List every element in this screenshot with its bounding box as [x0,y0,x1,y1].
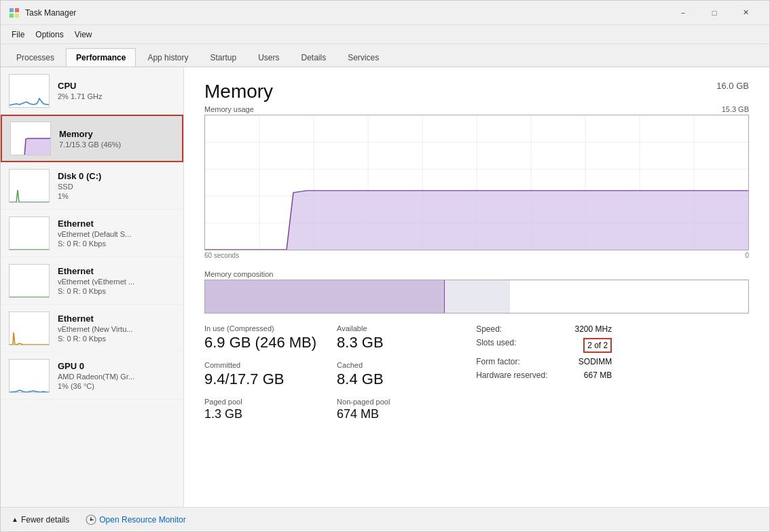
app-icon [9,7,20,18]
cpu-info: CPU 2% 1.71 GHz [58,81,175,100]
tabs-bar: Processes Performance App history Startu… [1,44,769,67]
composition-free [510,280,748,313]
tab-services[interactable]: Services [337,48,389,66]
composition-label: Memory composition [204,270,749,278]
eth2-sub2: S: 0 R: 0 Kbps [58,287,175,295]
chart-label: Memory usage 15.3 GB [204,105,749,113]
resource-monitor-icon [86,514,96,525]
stat-available: Available 8.3 GB [337,324,449,352]
composition-label-text: Memory composition [204,270,273,278]
svg-rect-13 [10,360,50,393]
disk-sub1: SSD [58,183,175,191]
paged-pool-value: 1.3 GB [204,407,316,421]
sidebar: CPU 2% 1.71 GHz Memory 7.1/15.3 GB (46%) [1,67,184,507]
svg-rect-8 [10,217,50,250]
svg-rect-12 [10,312,50,345]
cpu-title: CPU [58,81,175,91]
hardware-reserved-value: 667 MB [584,370,612,380]
tab-performance[interactable]: Performance [66,48,136,66]
chart-time-start: 60 seconds [204,252,239,259]
stat-paged-pool: Paged pool 1.3 GB [204,398,316,421]
close-button[interactable]: ✕ [730,2,761,24]
eth3-graph-thumbnail [9,311,50,345]
chart-time-end: 0 [745,252,749,259]
menu-bar: File Options View [1,25,769,44]
sidebar-item-disk[interactable]: Disk 0 (C:) SSD 1% [1,162,183,210]
menu-options[interactable]: Options [30,27,69,42]
sidebar-item-ethernet2[interactable]: Ethernet vEthernet (vEthernet ... S: 0 R… [1,257,183,305]
stats-grid: In use (Compressed) 6.9 GB (246 MB) Avai… [204,324,449,421]
eth3-info: Ethernet vEthernet (New Virtu... S: 0 R:… [58,314,175,343]
tab-startup[interactable]: Startup [200,48,246,66]
stats-container: In use (Compressed) 6.9 GB (246 MB) Avai… [204,324,749,421]
composition-in-use [205,280,444,313]
detail-total: 16.0 GB [716,81,749,91]
available-label: Available [337,324,449,332]
gpu-graph-thumbnail [9,359,50,393]
chart-bottom-labels: 60 seconds 0 [204,252,749,259]
task-manager-window: Task Manager − □ ✕ File Options View Pro… [0,0,770,532]
main-content: CPU 2% 1.71 GHz Memory 7.1/15.3 GB (46%) [1,67,769,507]
open-resource-monitor-label: Open Resource Monitor [99,515,185,525]
window-controls: − □ ✕ [667,2,761,24]
eth3-title: Ethernet [58,314,175,324]
sidebar-item-memory[interactable]: Memory 7.1/15.3 GB (46%) [1,115,183,162]
paged-pool-label: Paged pool [204,398,316,406]
eth1-title: Ethernet [58,218,175,229]
minimize-button[interactable]: − [667,2,699,24]
fewer-details-button[interactable]: ▲ Fewer details [12,515,69,525]
maximize-button[interactable]: □ [699,2,730,24]
cpu-sub: 2% 1.71 GHz [58,92,175,100]
stat-cached: Cached 8.4 GB [337,361,449,388]
disk-sub2: 1% [58,192,175,200]
memory-info: Memory 7.1/15.3 GB (46%) [59,129,174,149]
disk-info: Disk 0 (C:) SSD 1% [58,171,175,200]
right-stats: Speed: 3200 MHz Slots used: 2 of 2 Form … [476,324,612,421]
sidebar-item-gpu[interactable]: GPU 0 AMD Radeon(TM) Gr... 1% (36 °C) [1,352,183,400]
title-bar: Task Manager − □ ✕ [1,1,769,25]
sidebar-item-cpu[interactable]: CPU 2% 1.71 GHz [1,67,183,115]
sidebar-item-ethernet3[interactable]: Ethernet vEthernet (New Virtu... S: 0 R:… [1,305,183,352]
eth3-sub1: vEthernet (New Virtu... [58,325,175,333]
sidebar-item-ethernet1[interactable]: Ethernet vEthernet (Default S... S: 0 R:… [1,210,183,257]
memory-title: Memory [59,129,174,139]
form-factor-value: SODIMM [579,357,612,366]
memory-usage-section: Memory usage 15.3 GB [204,105,749,259]
cached-value: 8.4 GB [337,370,449,388]
memory-sub: 7.1/15.3 GB (46%) [59,140,174,149]
memory-graph-thumbnail [10,121,51,155]
slots-value: 2 of 2 [583,338,612,353]
left-stats: In use (Compressed) 6.9 GB (246 MB) Avai… [204,324,449,421]
in-use-label: In use (Compressed) [204,324,316,332]
disk-title: Disk 0 (C:) [58,171,175,181]
gpu-sub1: AMD Radeon(TM) Gr... [58,373,175,381]
fewer-details-label: Fewer details [21,515,69,525]
menu-file[interactable]: File [6,27,30,42]
eth2-sub1: vEthernet (vEthernet ... [58,278,175,286]
slots-row: Slots used: 2 of 2 [476,338,612,353]
eth2-graph-thumbnail [9,264,50,298]
available-value: 8.3 GB [337,334,449,352]
open-resource-monitor-link[interactable]: Open Resource Monitor [86,514,185,525]
tab-users[interactable]: Users [248,48,289,66]
tab-processes[interactable]: Processes [6,48,65,66]
tab-details[interactable]: Details [291,48,336,66]
stat-non-paged-pool: Non-paged pool 674 MB [337,398,449,421]
disk-graph-thumbnail [9,169,50,203]
svg-point-31 [90,518,92,520]
tab-app-history[interactable]: App history [137,48,198,66]
stat-committed: Committed 9.4/17.7 GB [204,361,316,388]
hardware-reserved-label: Hardware reserved: [476,370,547,380]
speed-label: Speed: [476,324,502,334]
committed-value: 9.4/17.7 GB [204,370,316,388]
svg-rect-0 [10,8,14,12]
svg-rect-2 [10,14,14,18]
chart-label-text: Memory usage [204,105,254,113]
chevron-down-icon: ▲ [12,516,18,523]
composition-standby [445,280,510,313]
memory-composition-section: Memory composition [204,270,749,314]
in-use-value: 6.9 GB (246 MB) [204,334,316,352]
menu-view[interactable]: View [69,27,98,42]
eth2-info: Ethernet vEthernet (vEthernet ... S: 0 R… [58,266,175,295]
svg-rect-4 [10,75,50,108]
